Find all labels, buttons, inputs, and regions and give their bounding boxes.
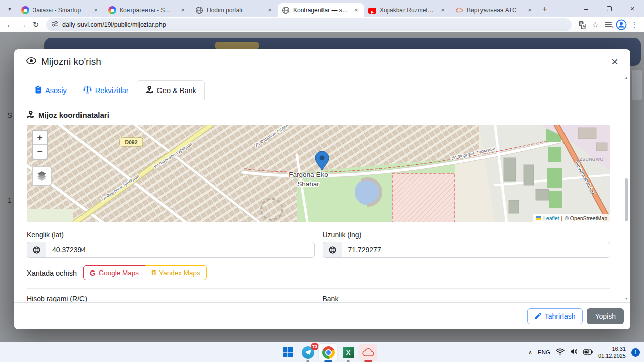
site-settings-icon[interactable] bbox=[51, 20, 58, 29]
excel-icon[interactable]: X bbox=[339, 344, 357, 361]
forward-button[interactable]: → bbox=[16, 18, 29, 31]
tab-zakazy-smartup[interactable]: Заказы - Smartup × bbox=[17, 3, 104, 17]
tab-rekvizitlar[interactable]: Rekvizitlar bbox=[75, 80, 137, 100]
zoom-in-button[interactable]: + bbox=[33, 131, 47, 145]
battery-icon[interactable] bbox=[583, 349, 593, 356]
wifi-icon[interactable] bbox=[556, 348, 565, 356]
leaflet-map[interactable]: Ул Фаровон турмуши Ул Фаровон турмуши Ул… bbox=[27, 125, 610, 222]
lat-input[interactable] bbox=[46, 242, 315, 258]
modal-tab-bar: Asosiy Rekvizitlar Geo & Bank bbox=[27, 80, 610, 100]
google-maps-button[interactable]: G Google Maps bbox=[83, 265, 145, 280]
tray-chevron-icon[interactable]: ∧ bbox=[528, 349, 532, 356]
browser-menu-icon[interactable]: ⋮ bbox=[628, 18, 641, 31]
tab-title: Контрагенты - Smartup bbox=[120, 7, 175, 14]
map-zoom-control: + − bbox=[32, 130, 48, 160]
scrollbar-track[interactable] bbox=[623, 80, 629, 296]
tab-close-icon[interactable]: × bbox=[266, 6, 274, 14]
back-button[interactable]: ← bbox=[3, 18, 16, 31]
tab-asosiy[interactable]: Asosiy bbox=[27, 80, 75, 100]
tab-youtube[interactable]: Xojiakbar Ruzmetov - Ko'n × bbox=[364, 3, 451, 17]
zoom-out-button[interactable]: − bbox=[33, 145, 47, 159]
tab-label: Geo & Bank bbox=[157, 86, 196, 95]
map-layers-control[interactable] bbox=[32, 166, 52, 186]
pencil-icon bbox=[535, 313, 541, 319]
tab-close-icon[interactable]: × bbox=[92, 6, 100, 14]
modal-scrollbar[interactable]: ▲ ▼ bbox=[623, 75, 629, 301]
bank-label: Bank bbox=[323, 295, 611, 302]
cloud-favicon-icon bbox=[455, 6, 463, 14]
window-controls: – × bbox=[575, 0, 644, 17]
lng-input[interactable] bbox=[342, 242, 611, 258]
scroll-up-icon[interactable]: ▲ bbox=[625, 75, 628, 80]
tab-close-icon[interactable]: × bbox=[179, 6, 187, 14]
tab-strip: ▾ Заказы - Smartup × Контрагенты - Smart… bbox=[0, 0, 644, 17]
close-window-button[interactable]: × bbox=[621, 0, 644, 17]
edit-button[interactable]: Tahrirlash bbox=[527, 308, 583, 324]
tab-kontragentlar-active[interactable]: Kontragentlar — stacked n × bbox=[278, 3, 364, 17]
maximize-button[interactable] bbox=[598, 0, 621, 17]
account-label: Hisob raqami (R/C) bbox=[27, 295, 315, 302]
youtube-favicon-icon bbox=[368, 8, 376, 14]
music-note-icon: ♪ bbox=[612, 24, 614, 29]
new-tab-button[interactable]: + bbox=[538, 2, 552, 16]
browser-window: ▾ Заказы - Smartup × Контрагенты - Smart… bbox=[0, 0, 644, 32]
ukraine-flag-icon bbox=[536, 216, 541, 220]
start-button[interactable] bbox=[279, 344, 297, 361]
edit-button-label: Tahrirlash bbox=[545, 312, 576, 320]
notification-badge[interactable]: 1 bbox=[631, 348, 640, 357]
cloud-icon bbox=[362, 348, 374, 357]
tab-close-icon[interactable]: × bbox=[439, 6, 447, 14]
address-bar[interactable]: daily-suvi.com/19l/public/mijozlar.php bbox=[46, 18, 572, 31]
osm-link[interactable]: © OpenStreetMap bbox=[565, 215, 607, 221]
tab-close-icon[interactable]: × bbox=[352, 6, 360, 14]
modal-body: Asosiy Rekvizitlar Geo & Bank Mijoz koor… bbox=[14, 74, 630, 302]
telegram-icon[interactable]: 73 bbox=[299, 344, 317, 361]
open-map-label: Xaritada ochish bbox=[27, 269, 77, 277]
leaflet-link[interactable]: Leaflet bbox=[543, 215, 559, 221]
smartup-favicon-icon bbox=[21, 6, 29, 14]
background-card bbox=[632, 70, 642, 100]
yandex-ya-icon: Я bbox=[151, 269, 156, 277]
map-attribution: Leaflet | © OpenStreetMap bbox=[533, 214, 610, 222]
scrollbar-thumb[interactable] bbox=[625, 178, 628, 221]
profile-avatar[interactable] bbox=[615, 18, 628, 31]
google-g-icon: G bbox=[90, 268, 96, 277]
windows-logo-icon bbox=[282, 347, 293, 358]
media-controls-icon[interactable]: ♪ bbox=[602, 18, 615, 31]
yandex-maps-button[interactable]: Я Yandex Maps bbox=[145, 265, 207, 280]
road-shield-label: D092 bbox=[125, 139, 137, 145]
tab-title: Xojiakbar Ruzmetov - Ko'n bbox=[380, 7, 435, 14]
background-text: S bbox=[7, 111, 12, 119]
tab-search-chevron-icon[interactable]: ▾ bbox=[3, 2, 16, 15]
map-canvas: Ул Фаровон турмуши Ул Фаровон турмуши Ул… bbox=[27, 125, 610, 222]
tab-geo-bank[interactable]: Geo & Bank bbox=[137, 80, 205, 100]
scroll-down-icon[interactable]: ▼ bbox=[625, 296, 628, 301]
translate-icon[interactable] bbox=[576, 18, 589, 31]
modal-close-button[interactable]: × bbox=[611, 56, 618, 68]
reload-button[interactable]: ↻ bbox=[29, 18, 42, 31]
tab-virtual-ats[interactable]: Виртуальная АТС × bbox=[451, 3, 538, 17]
tab-close-icon[interactable]: × bbox=[526, 6, 534, 14]
map-pin-icon bbox=[27, 110, 35, 120]
cloud-ats-icon[interactable] bbox=[359, 344, 377, 361]
close-modal-button[interactable]: Yopish bbox=[587, 308, 624, 324]
tab-hodim-portali[interactable]: Hodim portali × bbox=[191, 3, 278, 17]
modal-title: Mijozni ko'rish bbox=[41, 56, 101, 67]
background-text: 1 bbox=[8, 196, 12, 204]
section-title-text: Mijoz koordinatalari bbox=[38, 111, 109, 119]
language-indicator[interactable]: ENG bbox=[538, 349, 550, 355]
minimize-button[interactable]: – bbox=[575, 0, 598, 17]
speaker-icon[interactable] bbox=[570, 348, 578, 356]
modal-header: Mijozni ko'rish × bbox=[14, 49, 630, 74]
coordinates-row: Kenglik (lat) Uzunlik (lng) bbox=[27, 222, 610, 258]
section-title: Mijoz koordinatalari bbox=[27, 110, 610, 120]
scales-icon bbox=[83, 85, 92, 95]
industrial-area-label: UZSUNGWO bbox=[576, 157, 604, 162]
chrome-icon[interactable] bbox=[319, 344, 337, 361]
tab-kontragenty-smartup[interactable]: Контрагенты - Smartup × bbox=[104, 3, 191, 17]
telegram-badge: 73 bbox=[311, 343, 319, 350]
excel-logo-icon: X bbox=[343, 347, 354, 358]
globe-favicon-icon bbox=[195, 6, 203, 14]
tray-clock[interactable]: 16:31 01.12.2025 bbox=[598, 345, 626, 360]
bookmark-star-icon[interactable]: ☆ bbox=[589, 18, 602, 31]
